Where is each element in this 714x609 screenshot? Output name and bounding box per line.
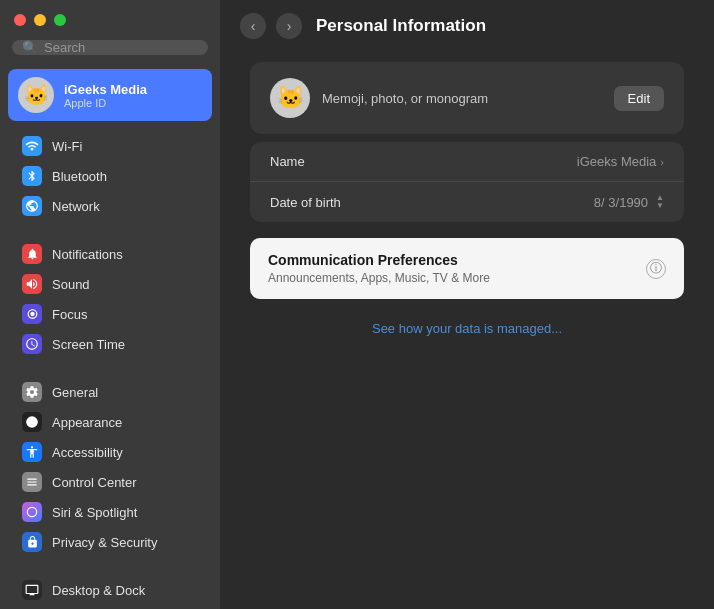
bluetooth-icon <box>22 166 42 186</box>
focus-icon <box>22 304 42 324</box>
sidebar-item-label: Privacy & Security <box>52 535 157 550</box>
comm-title: Communication Preferences <box>268 252 490 268</box>
name-label: Name <box>270 154 305 169</box>
search-bar[interactable]: 🔍 Search <box>12 40 208 55</box>
sidebar-item-controlcenter[interactable]: Control Center <box>6 467 214 497</box>
dob-row[interactable]: Date of birth 8/ 3/1990 ▲ ▼ <box>250 181 684 222</box>
sidebar-item-accessibility[interactable]: Accessibility <box>6 437 214 467</box>
sidebar-item-network[interactable]: Network <box>6 191 214 221</box>
sidebar-item-label: Siri & Spotlight <box>52 505 137 520</box>
see-how-anchor[interactable]: See how your data is managed... <box>372 321 562 336</box>
user-name: iGeeks Media <box>64 82 147 97</box>
info-icon[interactable]: ⓘ <box>646 259 666 279</box>
sidebar-item-label: General <box>52 385 98 400</box>
sidebar-item-label: Screen Time <box>52 337 125 352</box>
appearance-icon <box>22 412 42 432</box>
sidebar-item-bluetooth[interactable]: Bluetooth <box>6 161 214 191</box>
privacy-icon <box>22 532 42 552</box>
profile-card: 🐱 Memoji, photo, or monogram Edit <box>250 62 684 134</box>
traffic-lights <box>14 14 66 26</box>
user-info: iGeeks Media Apple ID <box>64 82 147 109</box>
sidebar-item-privacy[interactable]: Privacy & Security <box>6 527 214 557</box>
sidebar-item-notifications[interactable]: Notifications <box>6 239 214 269</box>
sound-icon <box>22 274 42 294</box>
screentime-icon <box>22 334 42 354</box>
sidebar-item-focus[interactable]: Focus <box>6 299 214 329</box>
forward-button[interactable]: › <box>276 13 302 39</box>
desktop-icon <box>22 580 42 600</box>
fullscreen-button[interactable] <box>54 14 66 26</box>
general-icon <box>22 382 42 402</box>
toolbar: ‹ › Personal Information <box>220 0 714 52</box>
sidebar-item-wifi[interactable]: Wi-Fi <box>6 131 214 161</box>
user-subtitle: Apple ID <box>64 97 147 109</box>
communication-preferences-card[interactable]: Communication Preferences Announcements,… <box>250 238 684 299</box>
search-placeholder: Search <box>44 40 85 55</box>
siri-icon <box>22 502 42 522</box>
sidebar-item-label: Accessibility <box>52 445 123 460</box>
comm-subtitle: Announcements, Apps, Music, TV & More <box>268 271 490 285</box>
profile-left: 🐱 Memoji, photo, or monogram <box>270 78 488 118</box>
search-icon: 🔍 <box>22 40 38 55</box>
sidebar-group-network: Wi-Fi Bluetooth Network <box>0 131 220 221</box>
sidebar-item-label: Network <box>52 199 100 214</box>
back-button[interactable]: ‹ <box>240 13 266 39</box>
stepper-down-icon[interactable]: ▼ <box>656 202 664 210</box>
content-area: 🐱 Memoji, photo, or monogram Edit Name i… <box>220 52 714 609</box>
sidebar-item-label: Desktop & Dock <box>52 583 145 598</box>
main-content: ‹ › Personal Information 🐱 Memoji, photo… <box>220 0 714 609</box>
name-row[interactable]: Name iGeeks Media › <box>250 142 684 181</box>
sidebar-item-general[interactable]: General <box>6 377 214 407</box>
svg-point-0 <box>26 416 38 428</box>
sidebar-group-system: General Appearance Accessibility Control… <box>0 377 220 557</box>
wifi-icon <box>22 136 42 156</box>
user-profile-item[interactable]: 🐱 iGeeks Media Apple ID <box>8 69 212 121</box>
dob-value: 8/ 3/1990 ▲ ▼ <box>594 194 664 210</box>
avatar: 🐱 <box>18 77 54 113</box>
close-button[interactable] <box>14 14 26 26</box>
sidebar-item-desktop[interactable]: Desktop & Dock <box>6 575 214 605</box>
name-value: iGeeks Media › <box>577 154 664 169</box>
chevron-right-icon: › <box>660 156 664 168</box>
sidebar-group-notifications: Notifications Sound Focus Screen Time <box>0 239 220 359</box>
network-icon <box>22 196 42 216</box>
sidebar-item-label: Sound <box>52 277 90 292</box>
sidebar: 🔍 Search 🐱 iGeeks Media Apple ID Wi-Fi B… <box>0 0 220 609</box>
profile-avatar: 🐱 <box>270 78 310 118</box>
dob-label: Date of birth <box>270 195 341 210</box>
sidebar-item-label: Wi-Fi <box>52 139 82 154</box>
sidebar-item-label: Appearance <box>52 415 122 430</box>
sidebar-group-display: Desktop & Dock Displays <box>0 575 220 609</box>
sidebar-item-screentime[interactable]: Screen Time <box>6 329 214 359</box>
sidebar-item-label: Focus <box>52 307 87 322</box>
profile-label: Memoji, photo, or monogram <box>322 91 488 106</box>
edit-button[interactable]: Edit <box>614 86 664 111</box>
sidebar-item-appearance[interactable]: Appearance <box>6 407 214 437</box>
sidebar-item-label: Control Center <box>52 475 137 490</box>
sidebar-item-label: Notifications <box>52 247 123 262</box>
accessibility-icon <box>22 442 42 462</box>
sidebar-item-siri[interactable]: Siri & Spotlight <box>6 497 214 527</box>
notifications-icon <box>22 244 42 264</box>
sidebar-item-label: Bluetooth <box>52 169 107 184</box>
sidebar-item-sound[interactable]: Sound <box>6 269 214 299</box>
minimize-button[interactable] <box>34 14 46 26</box>
see-how-link: See how your data is managed... <box>250 319 684 337</box>
comm-text: Communication Preferences Announcements,… <box>268 252 490 285</box>
sidebar-item-displays[interactable]: Displays <box>6 605 214 609</box>
personal-info-rows: Name iGeeks Media › Date of birth 8/ 3/1… <box>250 142 684 222</box>
page-title: Personal Information <box>316 16 486 36</box>
controlcenter-icon <box>22 472 42 492</box>
stepper-arrows[interactable]: ▲ ▼ <box>656 194 664 210</box>
